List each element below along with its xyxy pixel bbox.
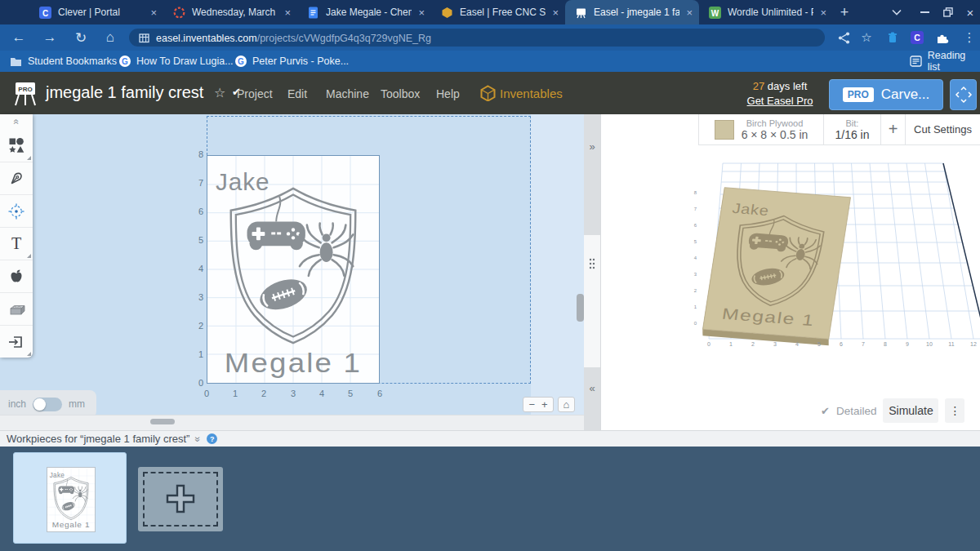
add-workpiece-button[interactable]	[138, 467, 223, 531]
apps-lego-button[interactable]	[0, 292, 33, 325]
axis-x-label: 2	[748, 341, 758, 347]
help-question-icon[interactable]: ?	[207, 433, 217, 444]
zoom-in-icon[interactable]: +	[541, 398, 548, 411]
tab-close-icon[interactable]: ×	[820, 7, 826, 19]
axis-x-label: 1	[726, 341, 736, 347]
get-easel-pro-link[interactable]: Get Easel Pro	[739, 95, 821, 107]
material-bar: Birch Plywood6 × 8 × 0.5 in Bit:1/16 in …	[698, 114, 980, 145]
workpiece-thumbnail-preview[interactable]	[47, 467, 96, 532]
palette-collapse-button[interactable]: «	[0, 114, 33, 129]
tab-close-icon[interactable]: ×	[686, 7, 693, 19]
thumbnail-crest-svg	[47, 468, 95, 531]
zoom-home-button[interactable]: ⌂	[558, 397, 575, 412]
lego-brick-icon	[7, 300, 25, 318]
shapes-tool-button[interactable]	[0, 129, 33, 162]
text-tool-button[interactable]: T	[0, 227, 33, 260]
horizontal-scroll-thumb[interactable]	[150, 419, 175, 424]
menu-toolbox[interactable]: Toolbox	[381, 87, 420, 100]
panel-divider-handle[interactable]	[584, 235, 600, 367]
extensions-puzzle-icon[interactable]	[929, 25, 954, 50]
import-tool-button[interactable]	[0, 325, 33, 358]
home-icon[interactable]: ⌂	[98, 25, 122, 50]
clever-extension-icon[interactable]: C	[905, 25, 929, 50]
tab-close-icon[interactable]: ×	[418, 7, 425, 19]
detailed-check-icon[interactable]: ✔	[821, 405, 830, 417]
tool-palette: « T	[0, 114, 33, 358]
ruler-x-tick: 1	[227, 389, 243, 398]
forward-icon[interactable]: →	[38, 25, 62, 50]
axis-x-label: 6	[836, 341, 846, 347]
workpiece[interactable]	[207, 155, 380, 384]
address-bar[interactable]: easel.inventables.com/projects/cVWgdfpG4…	[129, 29, 825, 47]
menu-help[interactable]: Help	[436, 87, 460, 100]
tab-schedule[interactable]: Wednesday, March 9th ×	[163, 0, 297, 24]
axis-y-label: 1	[688, 304, 697, 309]
inventables-logo-icon[interactable]	[480, 85, 496, 104]
menu-project[interactable]: Project	[237, 87, 273, 100]
dashed-circle-favicon	[173, 7, 185, 19]
simulate-menu-kebab-icon[interactable]: ⋮	[945, 398, 964, 423]
project-title[interactable]: jmegale 1 family crest	[46, 83, 203, 102]
reload-icon[interactable]: ↻	[69, 25, 93, 50]
pen-tool-button[interactable]	[0, 162, 33, 194]
carve-button[interactable]: PRO Carve...	[829, 79, 943, 110]
menu-edit[interactable]: Edit	[287, 87, 307, 100]
bookmark-student-bookmarks[interactable]: Student Bookmarks	[10, 51, 117, 72]
close-window-button[interactable]: ×	[960, 0, 980, 24]
preview-3d-viewport[interactable]	[608, 151, 980, 351]
new-tab-button[interactable]: +	[835, 0, 854, 24]
easel-logo[interactable]: PRO	[11, 79, 40, 112]
inventables-brand-label[interactable]: Inventables	[500, 87, 563, 100]
machine-jog-button[interactable]	[950, 79, 977, 110]
tab-google-doc[interactable]: Jake Megale - Chemist ×	[297, 0, 431, 24]
ruler-x-tick: 3	[285, 389, 301, 398]
drill-origin-tool-button[interactable]	[0, 194, 33, 227]
restore-button[interactable]	[938, 0, 959, 24]
expand-right-icon[interactable]: »	[589, 140, 595, 153]
tab-close-icon[interactable]: ×	[150, 7, 157, 19]
tab-close-icon[interactable]: ×	[552, 7, 559, 19]
horizontal-scrollbar[interactable]	[0, 415, 584, 430]
axis-x-label: 9	[902, 341, 912, 347]
zoom-out-icon[interactable]: −	[528, 398, 535, 411]
tab-title: Wednesday, March 9th	[192, 7, 278, 18]
tab-close-icon[interactable]: ×	[284, 7, 291, 19]
tab-easel-home[interactable]: Easel | Free CNC Softw ×	[431, 0, 565, 24]
favorite-star-icon[interactable]: ☆	[214, 85, 225, 100]
share-icon[interactable]	[831, 25, 856, 50]
bookmark-star-icon[interactable]: ☆	[854, 25, 879, 50]
material-name: Birch Plywood	[742, 118, 808, 128]
site-info-icon[interactable]	[139, 33, 149, 43]
unit-toggle[interactable]	[33, 398, 62, 411]
cut-settings-button[interactable]: Cut Settings	[905, 114, 980, 144]
drill-target-icon	[7, 202, 25, 220]
easel-board-favicon	[575, 7, 587, 19]
bookmark-how-to-draw-lugia[interactable]: G How To Draw Lugia...	[119, 51, 234, 72]
zoom-controls[interactable]: − +	[523, 397, 554, 412]
menu-machine[interactable]: Machine	[326, 87, 369, 100]
material-swatch	[715, 120, 734, 140]
axis-y-label: 6	[688, 223, 697, 228]
browser-menu-kebab-icon[interactable]: ⋮	[957, 25, 980, 50]
vertical-scroll-thumb[interactable]	[577, 294, 584, 322]
material-button[interactable]: Birch Plywood6 × 8 × 0.5 in	[698, 114, 823, 144]
detailed-label[interactable]: Detailed	[836, 405, 877, 417]
trash-extension-icon[interactable]	[880, 25, 905, 50]
reading-list-button[interactable]: Reading list	[910, 51, 980, 72]
back-icon[interactable]: ←	[7, 25, 31, 50]
bit-button[interactable]: Bit:1/16 in	[823, 114, 880, 144]
design-library-button[interactable]	[0, 260, 33, 292]
tab-search-chevron-icon[interactable]	[887, 0, 906, 24]
tab-easel-project-active[interactable]: Easel - jmegale 1 famil ×	[565, 0, 699, 24]
minimize-button[interactable]	[915, 0, 934, 24]
chevrons-down-icon[interactable]: »	[193, 436, 204, 442]
bookmark-peter-purvis[interactable]: G Peter Purvis - Poke...	[235, 51, 349, 72]
simulate-button[interactable]: Simulate	[883, 398, 938, 423]
svg-text:C: C	[914, 33, 920, 42]
add-bit-button[interactable]: +	[880, 114, 905, 144]
tab-clever-portal[interactable]: C Clever | Portal ×	[29, 0, 163, 24]
axis-x-label: 7	[858, 341, 868, 347]
axis-y-label: 2	[688, 288, 697, 293]
collapse-left-icon[interactable]: «	[589, 382, 595, 394]
tab-wordle[interactable]: W Wordle Unlimited - Play ×	[699, 0, 833, 24]
